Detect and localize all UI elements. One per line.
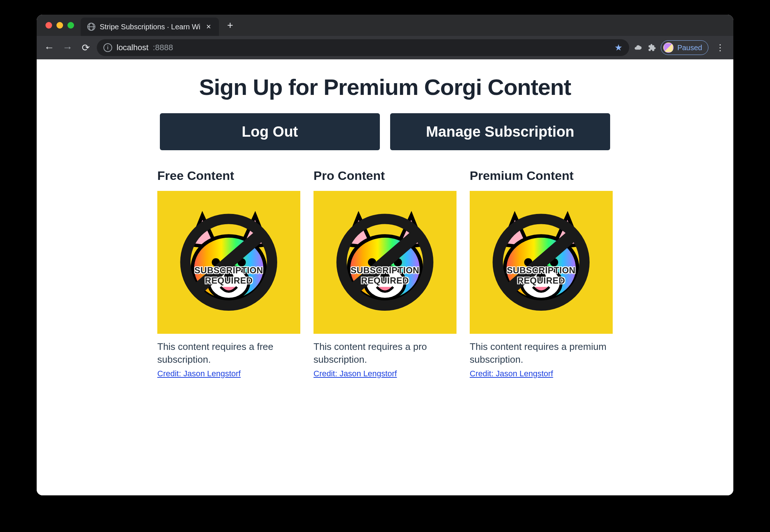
close-window-button[interactable] bbox=[45, 22, 52, 29]
bookmark-star-icon[interactable]: ★ bbox=[615, 43, 623, 53]
credit-link[interactable]: Credit: Jason Lengstorf bbox=[470, 369, 553, 378]
browser-tab[interactable]: Stripe Subscriptions · Learn Wi × bbox=[81, 18, 219, 36]
card-pro: Pro Content bbox=[314, 169, 456, 378]
subscription-required-label: SUBSCRIPTION REQUIRED bbox=[326, 265, 444, 286]
subscription-required-label: SUBSCRIPTION REQUIRED bbox=[170, 265, 287, 286]
prohibit-icon bbox=[177, 211, 280, 314]
card-free: Free Content bbox=[157, 169, 300, 378]
profile-status: Paused bbox=[677, 44, 702, 52]
logout-button[interactable]: Log Out bbox=[160, 113, 380, 150]
cloud-icon[interactable] bbox=[633, 43, 643, 53]
prohibit-icon bbox=[333, 211, 436, 314]
arrow-left-icon bbox=[44, 42, 54, 53]
card-image: SUBSCRIPTION REQUIRED bbox=[470, 191, 613, 334]
credit-link[interactable]: Credit: Jason Lengstorf bbox=[314, 369, 397, 378]
page-content: Sign Up for Premium Corgi Content Log Ou… bbox=[37, 59, 733, 495]
arrow-right-icon bbox=[62, 42, 73, 53]
menu-button[interactable]: ⋮ bbox=[712, 43, 728, 53]
forward-button[interactable] bbox=[60, 40, 75, 55]
page-title: Sign Up for Premium Corgi Content bbox=[59, 74, 711, 100]
card-description: This content requires a pro subscription… bbox=[314, 340, 456, 366]
extensions-icon[interactable] bbox=[647, 43, 657, 53]
toolbar: i localhost:8888 ★ Paused ⋮ bbox=[37, 36, 733, 59]
card-image: SUBSCRIPTION REQUIRED bbox=[314, 191, 456, 334]
maximize-window-button[interactable] bbox=[67, 22, 74, 29]
url-port: :8888 bbox=[153, 43, 173, 52]
close-tab-button[interactable]: × bbox=[205, 22, 213, 32]
card-image: SUBSCRIPTION REQUIRED bbox=[157, 191, 300, 334]
credit-link[interactable]: Credit: Jason Lengstorf bbox=[157, 369, 241, 378]
site-info-icon[interactable]: i bbox=[103, 43, 112, 52]
manage-subscription-button[interactable]: Manage Subscription bbox=[390, 113, 610, 150]
content-cards: Free Content bbox=[59, 169, 711, 378]
card-premium: Premium Content bbox=[470, 169, 613, 378]
subscription-required-label: SUBSCRIPTION REQUIRED bbox=[483, 265, 600, 286]
prohibit-icon bbox=[489, 211, 593, 314]
globe-icon bbox=[87, 23, 95, 31]
window-controls bbox=[42, 22, 78, 29]
profile-chip[interactable]: Paused bbox=[661, 40, 708, 55]
address-bar[interactable]: i localhost:8888 ★ bbox=[97, 39, 629, 56]
reload-icon bbox=[82, 42, 90, 53]
action-buttons: Log Out Manage Subscription bbox=[59, 113, 711, 150]
back-button[interactable] bbox=[42, 40, 56, 55]
card-description: This content requires a free subscriptio… bbox=[157, 340, 300, 366]
avatar-icon bbox=[663, 43, 674, 53]
titlebar: Stripe Subscriptions · Learn Wi × + bbox=[37, 15, 733, 36]
card-title: Free Content bbox=[157, 169, 300, 183]
card-title: Pro Content bbox=[314, 169, 456, 183]
card-description: This content requires a premium subscrip… bbox=[470, 340, 613, 366]
url-host: localhost bbox=[117, 43, 148, 52]
reload-button[interactable] bbox=[78, 40, 93, 55]
browser-window: Stripe Subscriptions · Learn Wi × + i lo… bbox=[37, 15, 733, 495]
card-title: Premium Content bbox=[470, 169, 613, 183]
tab-title: Stripe Subscriptions · Learn Wi bbox=[100, 23, 201, 31]
new-tab-button[interactable]: + bbox=[222, 19, 238, 31]
minimize-window-button[interactable] bbox=[56, 22, 63, 29]
